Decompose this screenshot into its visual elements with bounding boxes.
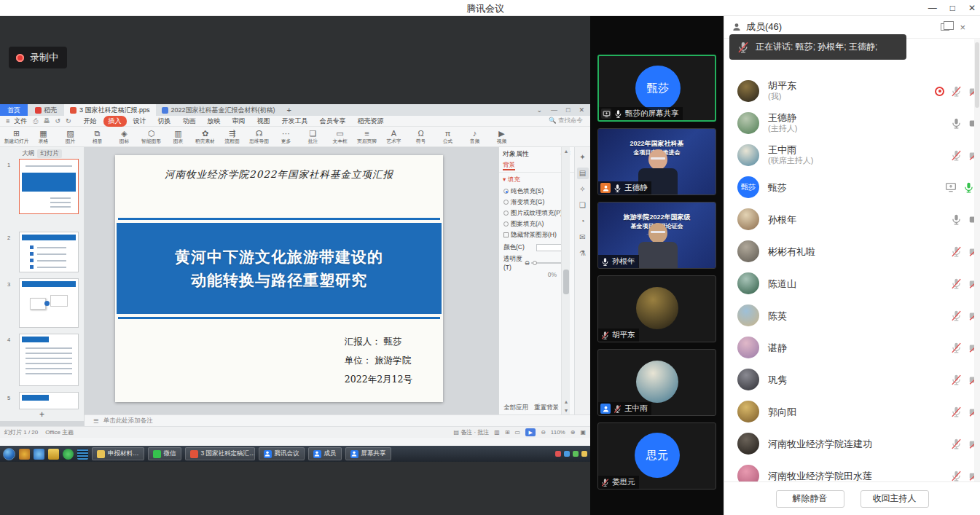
menu-tab-稻壳资源[interactable]: 稻壳资源	[353, 116, 389, 127]
tool-艺术字[interactable]: A艺术字	[380, 129, 407, 145]
mic-status-icon[interactable]	[950, 213, 963, 226]
document-tab[interactable]: 3 国家社科定稿汇报.pps	[64, 104, 156, 116]
tool-图标[interactable]: ◈图标	[111, 129, 138, 145]
wps-docer-tab[interactable]: 稻壳	[28, 106, 64, 115]
wps-window-controls[interactable]: ⌄—□✕	[536, 106, 590, 114]
video-tile-甄莎的屏幕共享[interactable]: 甄莎甄莎的屏幕共享	[597, 55, 716, 122]
tool-音频[interactable]: ♪音频	[461, 129, 488, 145]
member-row-河南牧业经济学院连建功[interactable]: 河南牧业经济学院连建功	[724, 428, 975, 460]
tool-思维导图[interactable]: ☊思维导图	[246, 129, 273, 145]
properties-icon[interactable]: ▤	[577, 168, 589, 179]
notes-toggle-icon[interactable]: ☰	[93, 417, 99, 425]
slide-canvas[interactable]: 河南牧业经济学院2022年国家社科基金立项汇报 黄河中下游文化旅游带建设的 动能…	[85, 147, 498, 414]
tool-批注[interactable]: ❏批注	[299, 129, 326, 145]
reset-background-button[interactable]: 重置背景	[534, 404, 559, 412]
menu-tab-动画[interactable]: 动画	[178, 116, 201, 127]
reclaim-host-button[interactable]: 收回主持人	[861, 490, 929, 508]
new-document-tab-button[interactable]: +	[280, 106, 299, 114]
member-row-陈道山[interactable]: 陈道山	[724, 267, 975, 299]
notes-bar[interactable]: ☰ 单击此处添加备注	[85, 414, 590, 426]
tool-更多[interactable]: ⋯更多	[273, 129, 299, 145]
search-command[interactable]: 🔍 查找命令	[549, 117, 590, 125]
comment-icon[interactable]: ❏	[577, 200, 589, 211]
notes-button[interactable]: ▤ 备注 · 批注	[453, 428, 489, 436]
member-row-谌静[interactable]: 谌静	[724, 331, 975, 363]
slideshow-play-button[interactable]: ▶	[525, 428, 536, 436]
popout-panel-icon[interactable]	[941, 23, 949, 31]
new-slide-button[interactable]: +	[0, 409, 85, 421]
member-row-彬彬有礼啦[interactable]: 彬彬有礼啦	[724, 235, 975, 267]
mic-status-icon[interactable]	[950, 117, 963, 130]
document-tab[interactable]: 2022国家社科基金汇报会材料(初稿)	[156, 104, 280, 116]
member-row-甄莎[interactable]: 甄莎甄莎	[724, 171, 975, 203]
mic-status-icon[interactable]	[950, 374, 963, 386]
taskbar-icon[interactable]	[19, 449, 30, 460]
view-sorter-icon[interactable]: ⊞	[505, 429, 510, 436]
tool-公式[interactable]: π公式	[434, 129, 461, 145]
current-slide[interactable]: 河南牧业经济学院2022年国家社科基金立项汇报 黄河中下游文化旅游带建设的 动能…	[115, 155, 443, 402]
mic-status-icon[interactable]	[950, 278, 963, 290]
slide-thumbnail-4[interactable]	[19, 334, 79, 386]
canvas-scrollbar[interactable]: ▲ ▲ ▼	[561, 147, 570, 414]
taskbar-button-成员[interactable]: 成员	[308, 447, 342, 460]
slide-thumbnail-3[interactable]	[19, 278, 79, 328]
taskbar-button-3 国家社科定稿汇…[interactable]: 3 国家社科定稿汇…	[185, 447, 255, 460]
video-tile-娄思元[interactable]: 思元娄思元	[597, 422, 716, 490]
taskbar-button-屏幕共享[interactable]: 屏幕共享	[345, 447, 391, 460]
tool-流程图[interactable]: ⇶流程图	[219, 129, 246, 145]
member-list-scrollbar[interactable]	[974, 39, 980, 510]
folder-icon[interactable]	[48, 449, 59, 460]
video-tile-胡平东[interactable]: 胡平东	[597, 275, 716, 342]
outline-tab[interactable]: 大纲	[22, 149, 34, 158]
tool-图表[interactable]: ▥图表	[165, 129, 192, 145]
member-row-孙根年[interactable]: 孙根年	[724, 203, 975, 235]
mic-status-icon[interactable]	[950, 438, 963, 450]
menu-tab-切换[interactable]: 切换	[153, 116, 176, 127]
mic-status-icon[interactable]	[950, 85, 963, 98]
slide-thumbnail-2[interactable]	[19, 232, 79, 272]
member-row-王德静[interactable]: 王德静(主持人)	[724, 107, 975, 139]
taskbar-button-申报材料…[interactable]: 申报材料…	[92, 447, 144, 460]
mic-status-icon[interactable]	[950, 149, 963, 162]
mail-icon[interactable]: ✉	[577, 232, 589, 243]
menu-tab-审阅[interactable]: 审阅	[227, 116, 251, 127]
menu-tab-视图[interactable]: 视图	[252, 116, 275, 127]
menu-tab-会员专享[interactable]: 会员专享	[315, 116, 351, 127]
taskbar-button-腾讯会议[interactable]: 腾讯会议	[259, 447, 305, 460]
history-icon[interactable]: ◔	[577, 216, 589, 227]
mic-status-icon[interactable]	[963, 181, 975, 194]
mic-status-icon[interactable]	[950, 310, 963, 322]
file-menu[interactable]: ≡文件	[0, 117, 33, 126]
member-row-胡平东[interactable]: 胡平东(我)	[724, 75, 975, 107]
menu-tab-开发工具[interactable]: 开发工具	[277, 116, 313, 127]
tool-图片[interactable]: ▨图片	[57, 129, 84, 145]
app-icon[interactable]	[77, 449, 88, 460]
quick-access-toolbar[interactable]: ⎙🖶↺↻	[33, 117, 78, 125]
close-panel-icon[interactable]: ×	[960, 22, 965, 33]
taskbar-button-微信[interactable]: 微信	[148, 447, 181, 460]
system-tray[interactable]	[555, 451, 587, 457]
zoom-out-button[interactable]: ⊖	[541, 429, 546, 436]
minimize-button[interactable]: —	[928, 3, 937, 13]
mic-status-icon[interactable]	[950, 245, 963, 258]
member-row-王中雨[interactable]: 王中雨(联席主持人)	[724, 139, 975, 171]
menu-tab-放映[interactable]: 放映	[203, 116, 226, 127]
browser-icon[interactable]	[63, 449, 74, 460]
transparency-slider[interactable]	[531, 262, 563, 264]
wps-home-tab[interactable]: 首页	[0, 104, 28, 116]
maximize-button[interactable]: □	[950, 3, 955, 13]
video-tile-王德静[interactable]: 2022年国家社科基 金项目申报推进会 王德静	[597, 128, 716, 195]
mic-status-icon[interactable]	[950, 406, 963, 418]
zoom-in-button[interactable]: ⊕	[571, 429, 576, 436]
tool-相册[interactable]: ⧉相册	[84, 129, 111, 145]
animation-icon[interactable]: ✧	[577, 184, 589, 195]
member-row-巩隽[interactable]: 巩隽	[724, 363, 975, 396]
view-normal-icon[interactable]: ▥	[494, 429, 500, 436]
start-button[interactable]	[3, 448, 15, 460]
tool-稻壳素材[interactable]: ✿稻壳素材	[192, 129, 219, 145]
tool-新建幻灯片[interactable]: ⊞新建幻灯片	[3, 129, 30, 145]
tool-文本框[interactable]: ▭文本框	[326, 129, 353, 145]
apply-all-button[interactable]: 全部应用	[503, 404, 528, 412]
unmute-all-button[interactable]: 解除静音	[776, 490, 844, 508]
slide-thumbnail-1[interactable]	[19, 159, 79, 214]
